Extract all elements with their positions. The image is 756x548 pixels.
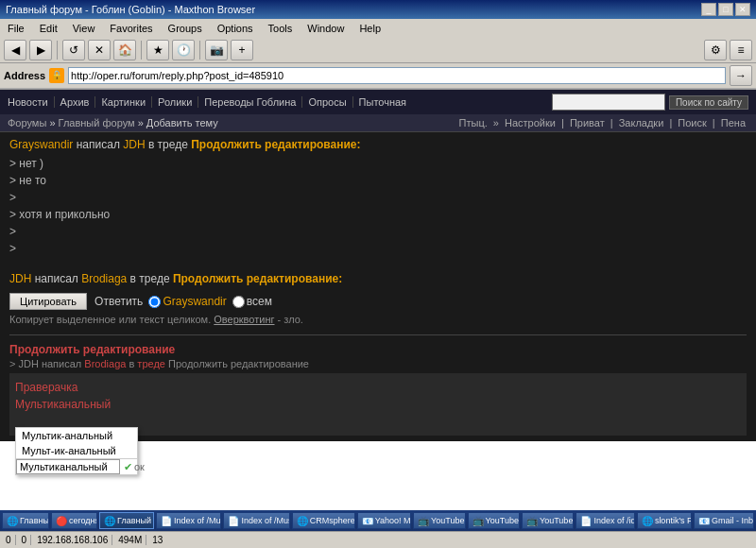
screenshot-button[interactable]: 📷 <box>205 40 228 60</box>
reply-radio1[interactable] <box>148 296 161 308</box>
menu-edit[interactable]: Edit <box>32 21 65 36</box>
reply-radio2[interactable] <box>232 296 245 308</box>
reply-option2-label[interactable]: всем <box>232 295 272 308</box>
window-controls[interactable]: _ □ ✕ <box>701 3 750 16</box>
menu-groups[interactable]: Groups <box>161 21 210 36</box>
nav-translations[interactable]: Переводы Гоблина <box>198 96 302 108</box>
taskbar-icon-12: 📧 <box>698 516 710 526</box>
minimize-button[interactable]: _ <box>701 3 716 16</box>
address-input[interactable] <box>68 67 726 84</box>
menu-options[interactable]: Options <box>210 21 261 36</box>
forward-button[interactable]: ▶ <box>29 40 52 60</box>
user-name[interactable]: Птыц. <box>459 117 488 128</box>
favorites-button[interactable]: ★ <box>146 40 169 60</box>
cite-button[interactable]: Цитировать <box>9 293 87 310</box>
preview-thread-label[interactable]: треде <box>137 358 165 369</box>
breadcrumb-main[interactable]: Главный форум <box>59 117 135 128</box>
taskbar-item-3[interactable]: 📄 Index of /Music <box>156 512 222 529</box>
overquoting-link[interactable]: Оверквотинг <box>214 314 274 325</box>
quote-line-3: > <box>9 189 747 206</box>
site-icon: 🔒 <box>49 68 64 83</box>
taskbar-item-11[interactable]: 🌐 slontik's F... <box>637 512 692 529</box>
toolbar: ◀ ▶ ↺ ✕ 🏠 ★ 🕐 📷 + ⚙ ≡ <box>0 38 756 63</box>
menu-help[interactable]: Help <box>352 21 388 36</box>
taskbar-label-9: YouTube... <box>540 516 574 525</box>
breadcrumb: Форумы » Главный форум » Добавить тему <box>8 117 218 128</box>
main-content: Grayswandir написал JDH в треде Продолжи… <box>0 132 756 441</box>
quote-line-5: > <box>9 223 747 240</box>
spellcheck-link1[interactable]: Праверачка <box>15 379 741 396</box>
new-tab-button[interactable]: + <box>231 40 253 60</box>
user-settings[interactable]: Настройки <box>505 117 556 128</box>
taskbar-item-4[interactable]: 📄 Index of /Mus... <box>223 512 289 529</box>
menu-tools[interactable]: Tools <box>261 21 301 36</box>
sep4: | <box>713 117 718 128</box>
settings-button[interactable]: ⚙ <box>704 40 727 60</box>
taskbar-item-6[interactable]: 📧 Yahoo! M... <box>357 512 411 529</box>
maximize-button[interactable]: □ <box>718 3 733 16</box>
search-button[interactable]: Поиск по сайту <box>669 95 748 110</box>
nav-news[interactable]: Новости <box>8 96 55 108</box>
taskbar-item-2[interactable]: 🌐 Главный ... <box>99 512 154 529</box>
menu-window[interactable]: Window <box>300 21 352 36</box>
taskbar-label-8: YouTube... <box>486 516 520 525</box>
reply-to-user[interactable]: Grayswandir <box>163 295 226 308</box>
nav-pictures[interactable]: Картинки <box>95 96 152 108</box>
home-button[interactable]: 🏠 <box>113 40 136 60</box>
user-bar: Птыц. » Настройки | Приват | Закладки | … <box>456 117 748 128</box>
spellcheck-input[interactable] <box>16 459 120 474</box>
menu-view[interactable]: View <box>65 21 103 36</box>
post1-preposition: в треде <box>148 138 191 151</box>
taskbar-item-5[interactable]: 🌐 CRMsphere™ <box>292 512 355 529</box>
user-search[interactable]: Поиск <box>678 117 706 128</box>
browser-title: Главный форум - Гоблин (Goblin) - Maxtho… <box>6 4 255 15</box>
reload-button[interactable]: ↺ <box>62 40 85 60</box>
taskbar-item-12[interactable]: 📧 Gmail - Inbox <box>694 512 754 529</box>
menu-favorites[interactable]: Favorites <box>102 21 160 36</box>
toolbar-separator3 <box>199 41 200 60</box>
back-button[interactable]: ◀ <box>4 40 26 60</box>
user-privat[interactable]: Приват <box>570 117 605 128</box>
nav-dungeon[interactable]: Пыточная <box>353 96 412 108</box>
post1-author[interactable]: Grayswandir <box>9 138 73 151</box>
go-button[interactable]: → <box>730 65 752 86</box>
ok-label: ок <box>134 461 145 472</box>
user-bookmarks[interactable]: Закладки <box>619 117 664 128</box>
taskbar-item-8[interactable]: 📺 YouTube... <box>468 512 520 529</box>
reply-label: Ответить <box>94 295 143 308</box>
breadcrumb-current: Добавить тему <box>146 117 218 128</box>
taskbar: 🌐 Главный 🔴 сегодня. 🌐 Главный ... 📄 Ind… <box>0 510 756 531</box>
taskbar-item-9[interactable]: 📺 YouTube... <box>522 512 574 529</box>
post2-recipient[interactable]: Brodiaga <box>81 272 127 285</box>
nav-archive[interactable]: Архив <box>55 96 96 108</box>
reply-option1-label[interactable]: Grayswandir <box>148 295 226 308</box>
taskbar-icon-7: 📺 <box>418 516 429 526</box>
address-bar: Address 🔒 → <box>0 63 756 89</box>
search-input[interactable] <box>552 94 665 111</box>
post1-recipient[interactable]: JDH <box>123 138 145 151</box>
extra-button[interactable]: ≡ <box>730 40 752 60</box>
taskbar-item-1[interactable]: 🔴 сегодня. <box>51 512 97 529</box>
taskbar-label-5: CRMsphere™ <box>310 516 355 525</box>
taskbar-item-7[interactable]: 📺 YouTube... <box>413 512 465 529</box>
history-button[interactable]: 🕐 <box>172 40 195 60</box>
preview-author[interactable]: Brodiaga <box>84 358 126 369</box>
user-pena[interactable]: Пена <box>721 117 746 128</box>
stop-button[interactable]: ✕ <box>88 40 111 60</box>
nav-videos[interactable]: Ролики <box>152 96 198 108</box>
spellcheck-item-0[interactable]: Мультик-анальный <box>16 428 137 443</box>
breadcrumb-forums[interactable]: Форумы <box>8 117 46 128</box>
taskbar-item-0[interactable]: 🌐 Главный <box>2 512 49 529</box>
close-button[interactable]: ✕ <box>735 3 750 16</box>
taskbar-item-10[interactable]: 📄 Index of /id... <box>576 512 634 529</box>
breadcrumb-bar: Форумы » Главный форум » Добавить тему П… <box>0 114 756 132</box>
taskbar-icon-9: 📺 <box>526 516 538 526</box>
thread-link[interactable]: Продолжить редактирование <box>9 343 175 356</box>
spellcheck-item-1[interactable]: Мульт-ик-анальный <box>16 443 137 458</box>
post1-header: Grayswandir написал JDH в треде Продолжи… <box>9 138 747 151</box>
menu-file[interactable]: File <box>0 21 32 36</box>
post2-author[interactable]: JDH <box>9 272 31 285</box>
preview-prefix: > JDH написал <box>9 358 81 369</box>
spellcheck-link2[interactable]: Мультиканальный <box>15 396 741 413</box>
nav-polls[interactable]: Опросы <box>302 96 352 108</box>
